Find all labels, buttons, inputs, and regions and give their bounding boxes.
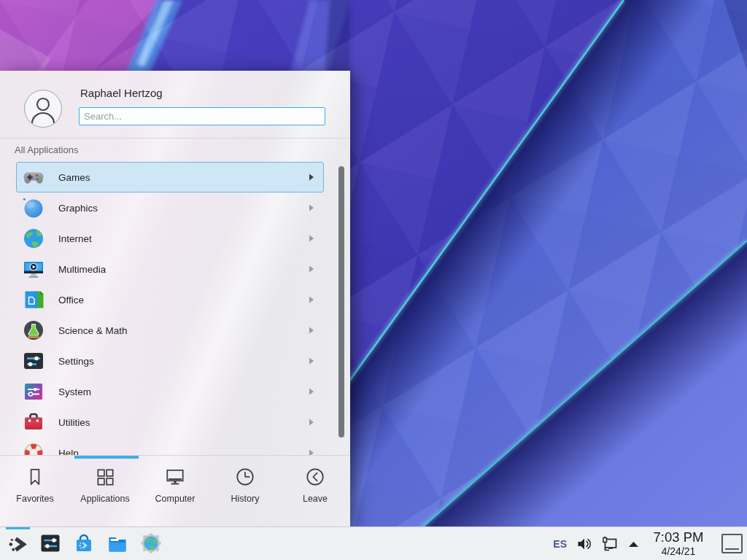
tab-label: Favorites	[16, 494, 53, 504]
network-icon[interactable]	[601, 536, 619, 552]
system-icon	[22, 380, 45, 403]
digital-clock[interactable]: 7:03 PM 4/24/21	[650, 531, 707, 556]
submenu-arrow-icon	[309, 265, 314, 273]
category-science-math[interactable]: Science & Math	[16, 315, 324, 346]
science-icon	[22, 319, 45, 342]
category-graphics[interactable]: Graphics	[16, 192, 324, 223]
submenu-arrow-icon	[309, 174, 314, 181]
category-games[interactable]: Games	[16, 162, 324, 192]
user-avatar[interactable]	[24, 90, 62, 128]
category-label: Office	[58, 295, 84, 306]
web-browser-icon[interactable]	[141, 533, 161, 553]
app-launcher-icon	[7, 534, 28, 555]
category-label: Graphics	[58, 203, 98, 214]
user-name: Raphael Hertzog	[80, 87, 163, 99]
system-tray: ES 7:03 PM	[553, 527, 747, 560]
category-office[interactable]: Office	[16, 284, 324, 315]
tab-history[interactable]: History	[210, 466, 280, 526]
system-settings-icon[interactable]	[40, 533, 61, 553]
applications-icon	[94, 466, 116, 488]
category-label: Multimedia	[58, 264, 106, 275]
section-label: All Applications	[15, 144, 78, 155]
category-label: Utilities	[58, 417, 90, 428]
category-label: Help	[58, 448, 79, 456]
category-multimedia[interactable]: Multimedia	[16, 254, 324, 284]
list-scrollbar[interactable]	[338, 166, 344, 438]
category-label: Science & Math	[58, 325, 128, 336]
tab-label: Leave	[303, 494, 328, 504]
tab-favorites[interactable]: Favorites	[0, 466, 70, 526]
application-launcher-popup: Raphael Hertzog All Applications	[0, 71, 350, 526]
clock-date: 4/24/21	[650, 546, 707, 556]
taskbar: ES 7:03 PM	[0, 526, 747, 560]
category-internet[interactable]: Internet	[16, 223, 324, 254]
launcher-header: Raphael Hertzog	[0, 71, 350, 139]
category-settings[interactable]: Settings	[16, 346, 324, 376]
category-label: Internet	[58, 233, 92, 244]
category-label: System	[58, 386, 91, 397]
multimedia-icon	[22, 257, 45, 281]
favorites-icon	[24, 466, 46, 488]
history-icon	[234, 466, 256, 488]
launcher-tabbar: Favorites Applications	[0, 456, 350, 526]
file-manager-icon[interactable]	[107, 533, 128, 553]
tab-label: History	[231, 494, 260, 504]
desktop: Raphael Hertzog All Applications	[0, 0, 747, 560]
help-icon	[22, 441, 45, 455]
category-system[interactable]: System	[16, 376, 324, 407]
computer-icon	[164, 466, 186, 488]
tab-label: Computer	[155, 494, 196, 504]
active-task-indicator	[6, 527, 30, 529]
graphics-icon	[22, 196, 45, 219]
keyboard-layout-indicator[interactable]: ES	[553, 538, 567, 550]
category-label: Games	[58, 172, 90, 183]
category-label: Settings	[58, 356, 94, 367]
submenu-arrow-icon	[309, 419, 314, 426]
search-input[interactable]	[79, 107, 325, 125]
category-utilities[interactable]: Utilities	[16, 407, 324, 438]
office-icon	[22, 288, 45, 311]
submenu-arrow-icon	[309, 296, 314, 303]
submenu-arrow-icon	[309, 327, 314, 334]
clock-time: 7:03 PM	[650, 531, 707, 545]
leave-icon	[304, 466, 326, 488]
volume-icon[interactable]	[576, 536, 592, 552]
tab-label: Applications	[80, 494, 129, 504]
submenu-arrow-icon	[309, 204, 314, 211]
show-desktop-button[interactable]	[721, 534, 743, 553]
launcher-footer: Favorites Applications	[0, 455, 350, 526]
submenu-arrow-icon	[309, 388, 314, 395]
internet-icon	[22, 227, 45, 250]
app-launcher-button[interactable]	[4, 527, 31, 560]
tab-leave[interactable]: Leave	[280, 466, 350, 526]
submenu-arrow-icon	[309, 357, 314, 365]
settings-icon	[22, 349, 45, 373]
expand-tray-icon[interactable]	[627, 540, 640, 548]
active-tab-indicator	[74, 456, 139, 459]
tab-computer[interactable]: Computer	[140, 466, 210, 526]
category-list: Games Graphics	[0, 159, 350, 455]
discover-icon[interactable]	[74, 533, 94, 553]
tab-applications[interactable]: Applications	[70, 466, 140, 526]
games-icon	[22, 166, 45, 189]
submenu-arrow-icon	[309, 235, 314, 242]
submenu-arrow-icon	[309, 449, 314, 455]
category-help[interactable]: Help	[16, 438, 324, 455]
utilities-icon	[22, 411, 45, 434]
